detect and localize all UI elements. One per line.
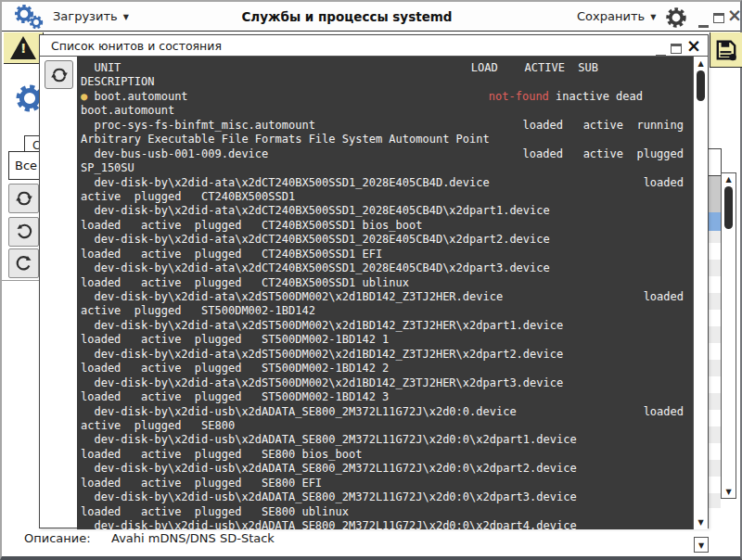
- save-menu-button[interactable]: Сохранить ▼: [577, 9, 656, 23]
- hidden-table-scroll-down[interactable]: ▼: [694, 537, 709, 553]
- toolbar: Загрузить ▼ Службы и процессы systemd Со…: [2, 2, 740, 32]
- scrollbar-thumb[interactable]: [697, 70, 705, 101]
- console-line: active plugged SE800: [81, 419, 695, 433]
- console-line: loaded active plugged SE800 EFI: [81, 477, 695, 490]
- minimize-button[interactable]: [698, 14, 709, 32]
- scroll-down-icon[interactable]: ▼: [694, 518, 708, 527]
- console-line: loaded active plugged CT240BX500SSD1 EFI: [81, 248, 695, 261]
- console-line: dev-disk-by\x2did-usb\x2dADATA_SE800_2M3…: [81, 405, 695, 419]
- filter-value: Все: [15, 159, 37, 172]
- console-line: proc-sys-fs-binfmt_misc.automountloaded …: [81, 119, 695, 133]
- dialog-title: Список юнитов и состояния: [51, 39, 222, 53]
- dialog-vertical-scrollbar[interactable]: ▲ ▼: [693, 57, 708, 529]
- console-line: ● boot.automountnot-found inactive dead: [81, 90, 695, 104]
- console-line: loaded active plugged ST500DM002-1BD142 …: [81, 333, 695, 347]
- console-line: dev-bus-usb-001-009.deviceloaded active …: [81, 147, 695, 161]
- main-window: Загрузить ▼ Службы и процессы systemd Со…: [0, 0, 742, 560]
- maximize-icon: [671, 44, 682, 54]
- console-line: Arbitrary Executable File Formats File S…: [81, 133, 695, 146]
- console-line: loaded active plugged SE800 ublinux: [81, 505, 695, 519]
- minimize-icon: [698, 25, 709, 28]
- warning-exclamation: !: [20, 41, 26, 56]
- console-line: boot.automount: [81, 104, 695, 118]
- save-floppy-icon: [714, 38, 738, 62]
- console-line: dev-disk-by\x2did-usb\x2dADATA_SE800_2M3…: [81, 462, 695, 476]
- console-line: dev-disk-by\x2did-usb\x2dADATA_SE800_2M3…: [81, 433, 695, 447]
- dialog-close-button[interactable]: ×: [686, 37, 701, 55]
- console-line: dev-disk-by\x2did-ata\x2dCT240BX500SSD1_…: [81, 204, 695, 218]
- history-button[interactable]: [8, 217, 39, 247]
- maximize-button[interactable]: [713, 9, 724, 27]
- scrollbar-thumb[interactable]: [724, 186, 733, 229]
- console-line: dev-disk-by\x2did-ata\x2dST500DM002\x2d1…: [81, 348, 695, 362]
- dialog-refresh-button[interactable]: [45, 60, 73, 89]
- console-line: loaded active plugged CT240BX500SSD1 bio…: [81, 219, 695, 233]
- console-line: dev-disk-by\x2did-ata\x2dCT240BX500SSD1_…: [81, 176, 695, 190]
- console-line: dev-disk-by\x2did-ata\x2dST500DM002\x2d1…: [81, 319, 695, 333]
- console-line: loaded active plugged SE800 bios_boot: [81, 448, 695, 462]
- close-icon: ×: [686, 35, 701, 56]
- save-menu-label: Сохранить: [577, 9, 645, 23]
- console-line: dev-disk-by\x2did-usb\x2dADATA_SE800_2M3…: [81, 490, 695, 504]
- refresh-icon: [50, 66, 69, 84]
- console-line: dev-disk-by\x2did-usb\x2dADATA_SE800_2M3…: [81, 519, 695, 529]
- dialog-titlebar[interactable]: Список юнитов и состояния ×: [40, 35, 708, 57]
- scroll-down-icon: ▼: [698, 541, 704, 550]
- maximize-icon: [713, 13, 724, 23]
- scroll-up-icon[interactable]: ▲: [722, 175, 736, 184]
- console-line: DESCRIPTION: [81, 75, 695, 89]
- reload-button[interactable]: [8, 248, 39, 278]
- save-file-button[interactable]: [710, 32, 742, 68]
- panel-divider: [2, 280, 39, 281]
- history-icon: [15, 223, 33, 241]
- units-dialog: Список юнитов и состояния × UNITLOAD ACT…: [39, 34, 709, 528]
- console-line: active plugged ST500DM002-1BD142: [81, 304, 695, 318]
- console-line: UNITLOAD ACTIVE SUB: [81, 61, 695, 75]
- warning-button[interactable]: !: [4, 32, 44, 64]
- main-vertical-scrollbar[interactable]: ▲ ▼: [721, 172, 736, 499]
- scroll-down-icon[interactable]: ▼: [722, 488, 736, 496]
- reload-icon: [15, 254, 33, 273]
- chevron-down-icon: ▼: [650, 11, 656, 21]
- refresh-icon: [15, 189, 33, 208]
- description-value: Avahi mDNS/DNS SD-Stack: [111, 531, 275, 545]
- scroll-up-icon[interactable]: ▲: [694, 59, 708, 68]
- close-button[interactable]: ×: [727, 6, 742, 24]
- console-line: dev-disk-by\x2did-ata\x2dST500DM002\x2d1…: [81, 376, 695, 390]
- console-line: dev-disk-by\x2did-ata\x2dCT240BX500SSD1_…: [81, 233, 695, 247]
- refresh-button[interactable]: [8, 184, 39, 213]
- console-line: loaded active plugged ST500DM002-1BD142 …: [81, 362, 695, 375]
- close-icon: ×: [727, 5, 742, 25]
- console-output[interactable]: UNITLOAD ACTIVE SUBDESCRIPTION● boot.aut…: [77, 57, 695, 529]
- description-label: Описание:: [24, 531, 91, 545]
- console-line: dev-disk-by\x2did-ata\x2dST500DM002\x2d1…: [81, 290, 695, 304]
- console-line: loaded active plugged ST500DM002-1BD142 …: [81, 390, 695, 404]
- dialog-maximize-button[interactable]: [671, 40, 682, 57]
- console-line: dev-disk-by\x2did-ata\x2dCT240BX500SSD1_…: [81, 261, 695, 275]
- console-line: active plugged CT240BX500SSD1: [81, 190, 695, 204]
- console-line: loaded active plugged CT240BX500SSD1 ubl…: [81, 276, 695, 290]
- console-line: SP_150SU: [81, 161, 695, 175]
- settings-gear-icon[interactable]: [664, 6, 688, 30]
